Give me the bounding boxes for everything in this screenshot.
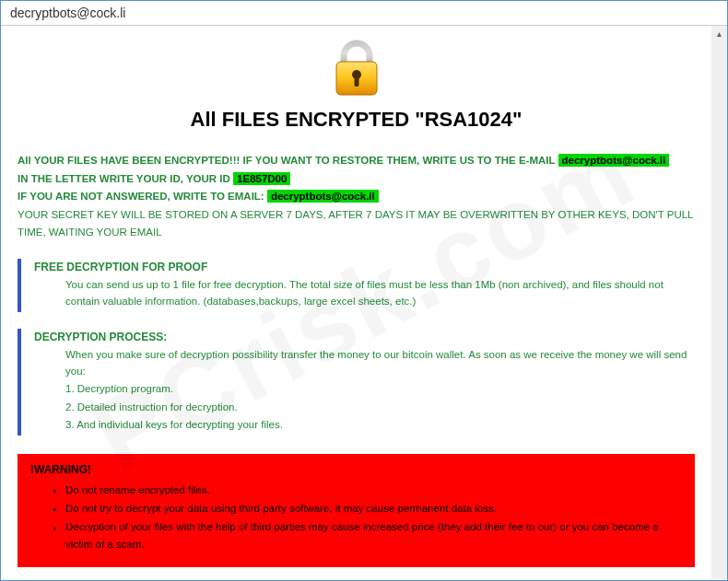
lock-icon-wrap — [18, 40, 695, 100]
scrollbar-vertical[interactable]: ▴ — [711, 26, 727, 579]
page-title: All FILES ENCRYPTED "RSA1024" — [18, 108, 695, 132]
intro-line-3: IF YOU ARE NOT ANSWERED, WRITE TO EMAIL:… — [18, 188, 695, 206]
svg-rect-2 — [354, 76, 358, 87]
window-titlebar: decryptbots@cock.li — [1, 1, 727, 26]
scrollbar-up-arrow-icon[interactable]: ▴ — [711, 26, 727, 41]
warning-title: !WARNING! — [30, 463, 682, 476]
section-free-decryption: FREE DECRYPTION FOR PROOF You can send u… — [18, 259, 695, 312]
intro-line-2: IN THE LETTER WRITE YOUR ID, YOUR ID 1E8… — [18, 170, 695, 189]
free-decryption-body: You can send us up to 1 file for free de… — [34, 276, 695, 310]
process-line-1: 1. Decryption program. — [65, 380, 695, 397]
decryption-process-body: When you make sure of decryption possibi… — [34, 346, 695, 434]
warning-box: !WARNING! Do not rename encrypted files.… — [18, 454, 695, 566]
intro-line-4: YOUR SECRET KEY WILL BE STORED ON A SERV… — [18, 206, 695, 242]
intro-l3-text: IF YOU ARE NOT ANSWERED, WRITE TO EMAIL: — [18, 191, 267, 202]
intro-l1-text: All YOUR FILES HAVE BEEN ENCRYPTED!!! IF… — [18, 155, 558, 166]
intro-line-1: All YOUR FILES HAVE BEEN ENCRYPTED!!! IF… — [18, 152, 695, 170]
process-line-3: 3. And individual keys for decrypting yo… — [65, 416, 695, 433]
highlight-email-1: decryptbots@cock.li — [558, 154, 670, 167]
process-line-0: When you make sure of decryption possibi… — [65, 346, 695, 380]
page-content: All FILES ENCRYPTED "RSA1024" All YOUR F… — [1, 26, 711, 567]
content-wrapper: PCrisk.com — [1, 26, 727, 579]
intro-l2-text: IN THE LETTER WRITE YOUR ID, YOUR ID — [18, 173, 233, 184]
warning-item-3: Decryption of your files with the help o… — [65, 518, 682, 554]
decryption-process-title: DECRYPTION PROCESS: — [34, 331, 695, 343]
free-decryption-title: FREE DECRYPTION FOR PROOF — [34, 261, 695, 273]
warning-item-2: Do not try to decrypt your data using th… — [65, 500, 682, 518]
lock-icon — [331, 40, 382, 97]
warning-list: Do not rename encrypted files. Do not tr… — [30, 482, 682, 553]
window-title: decryptbots@cock.li — [10, 6, 125, 20]
highlight-email-2: decryptbots@cock.li — [267, 190, 379, 203]
warning-item-1: Do not rename encrypted files. — [65, 482, 682, 500]
process-line-2: 2. Detailed instruction for decryption. — [65, 399, 695, 415]
section-decryption-process: DECRYPTION PROCESS: When you make sure o… — [18, 329, 695, 436]
highlight-id: 1E857D00 — [233, 172, 290, 185]
